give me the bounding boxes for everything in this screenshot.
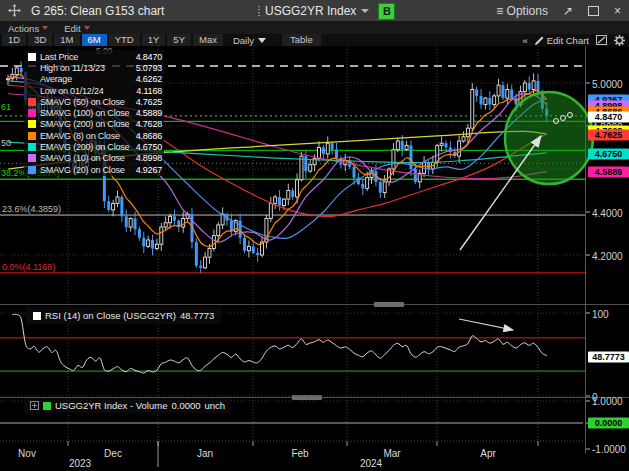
edit-chart-button[interactable]: Edit Chart <box>535 35 589 46</box>
emavg200-swatch <box>28 143 36 151</box>
smavg50-swatch <box>28 98 36 106</box>
legend-smavg20[interactable]: SMAVG (20) on Close4.9267 <box>26 164 162 175</box>
rsi-arrow-annotation <box>459 319 513 330</box>
chevron-down-icon <box>42 26 48 30</box>
month-label-jan: Jan <box>197 448 213 459</box>
volume-badge: 0.0000 <box>588 418 629 429</box>
year-label-2024: 2024 <box>360 458 382 469</box>
annotate-icon[interactable] <box>596 35 607 45</box>
legend-average[interactable]: Average4.6262 <box>26 74 162 85</box>
legend-emavg200[interactable]: EMAVG (200) on Close4.6750 <box>26 141 162 152</box>
fib-level-label: 50 <box>1 138 11 148</box>
collapse-button[interactable]: « <box>522 35 527 46</box>
menu-edit[interactable]: Edit <box>64 23 89 34</box>
expand-icon[interactable] <box>30 401 39 410</box>
month-label-mar: Mar <box>383 448 400 459</box>
highlight-circle-annotation <box>505 92 593 184</box>
chevron-down-icon <box>84 26 90 30</box>
security-selector[interactable]: USGG2YR Index B <box>258 0 395 22</box>
frequency-dropdown[interactable]: Daily <box>233 35 266 46</box>
price-tick-label: 5.0000 <box>592 79 623 90</box>
maximize-icon[interactable] <box>588 6 599 16</box>
window-controls: ≡ Options ↗ × <box>496 4 621 18</box>
chart-region: Last Price4.8470 High on 11/13/235.0793 … <box>0 46 629 471</box>
period-tab-5y[interactable]: 5Y <box>167 34 191 46</box>
period-tab-ytd[interactable]: YTD <box>109 34 140 46</box>
rsi-swatch <box>33 312 41 320</box>
smavg200-swatch <box>28 120 36 128</box>
toolbar-right: « Edit Chart <box>522 35 629 46</box>
volume-tick-label: -1.0000 <box>592 444 626 455</box>
legend-smavg10[interactable]: SMAVG (10) on Close4.8998 <box>26 153 162 164</box>
rsi-badge: 48.7773 <box>588 351 629 362</box>
menu-actions[interactable]: Actions <box>8 23 48 34</box>
close-icon[interactable]: × <box>614 4 621 18</box>
menu-bar: Actions Edit <box>0 22 629 34</box>
period-tab-1d[interactable]: 1D <box>2 34 26 46</box>
emavg8-swatch <box>28 132 36 140</box>
volume-swatch <box>43 402 51 410</box>
smavg100-swatch <box>28 109 36 117</box>
legend-last-price[interactable]: Last Price4.8470 <box>26 51 162 62</box>
window-title: G 265: Clean G153 chart <box>31 4 164 18</box>
study-legend: Last Price4.8470 High on 11/13/235.0793 … <box>24 50 164 176</box>
fib-level-label: 61 <box>1 102 11 112</box>
period-tab-1y[interactable]: 1Y <box>142 34 166 46</box>
rsi-tick-label: 100 <box>592 309 609 320</box>
legend-smavg50[interactable]: SMAVG (50) on Close4.7625 <box>26 96 162 107</box>
drag-dots-icon <box>258 6 260 17</box>
chevron-down-icon <box>361 9 369 13</box>
fib-level-label: 23.6%(4.3859) <box>2 204 61 214</box>
month-label-dec: Dec <box>104 448 122 459</box>
chevron-down-icon <box>258 38 266 43</box>
period-tab-6m[interactable]: 6M <box>82 34 107 46</box>
price-badge-4.5889: 4.5889 <box>588 167 629 178</box>
last-price-swatch <box>28 53 36 61</box>
period-tab-3d[interactable]: 3D <box>28 34 52 46</box>
rsi-legend[interactable]: RSI (14) on Close (USGG2YR) 48.7773 <box>26 307 221 324</box>
fib-level-label: 0.0%(4.1168) <box>2 262 55 272</box>
volume-tick-label: 1.0000 <box>592 396 623 407</box>
legend-low[interactable]: Low on 01/12/244.1168 <box>26 85 162 96</box>
month-label-feb: Feb <box>291 448 308 459</box>
chart-toolbar: 1D3D1M6MYTD1Y5YMax Daily Table « Edit Ch… <box>0 34 629 46</box>
legend-smavg200[interactable]: SMAVG (200) on Close4.7628 <box>26 119 162 130</box>
period-tab-max[interactable]: Max <box>193 34 223 46</box>
table-button[interactable]: Table <box>282 34 321 46</box>
period-tabs: 1D3D1M6MYTD1Y5YMax <box>2 34 225 46</box>
popout-icon[interactable]: ↗ <box>563 4 573 18</box>
legend-emavg8[interactable]: EMAVG (8) on Close4.8686 <box>26 130 162 141</box>
move-icon[interactable] <box>8 4 21 17</box>
price-tick-label: 4.2000 <box>592 251 623 262</box>
options-button[interactable]: ≡ Options <box>496 4 548 18</box>
bloomberg-chart-window: G 265: Clean G153 chart USGG2YR Index B … <box>0 0 629 471</box>
title-bar: G 265: Clean G153 chart USGG2YR Index B … <box>0 0 629 22</box>
security-name: USGG2YR Index <box>265 4 356 18</box>
smavg10-swatch <box>28 154 36 162</box>
period-tab-1m[interactable]: 1M <box>54 34 79 46</box>
price-badge-4.6750: 4.6750 <box>588 148 629 159</box>
month-label-nov: Nov <box>18 448 36 459</box>
panel-resize-handle[interactable] <box>374 302 404 307</box>
month-label-apr: Apr <box>480 448 496 459</box>
pencil-icon <box>535 36 544 45</box>
volume-legend[interactable]: USGG2YR Index - Volume 0.0000 unch <box>24 398 231 413</box>
year-label-2023: 2023 <box>69 458 91 469</box>
price-tick-label: 4.4000 <box>592 208 623 219</box>
panel-badge[interactable]: B <box>378 3 395 20</box>
arrow-annotation <box>460 136 541 250</box>
legend-smavg100[interactable]: SMAVG (100) on Close4.5889 <box>26 107 162 118</box>
gear-icon[interactable] <box>614 35 625 46</box>
price-badge-4.7625: 4.7625 <box>588 130 629 141</box>
price-badge-4.8470: 4.8470 <box>588 111 629 122</box>
smavg20-swatch <box>28 166 36 174</box>
legend-high[interactable]: High on 11/13/235.0793 <box>26 62 162 73</box>
